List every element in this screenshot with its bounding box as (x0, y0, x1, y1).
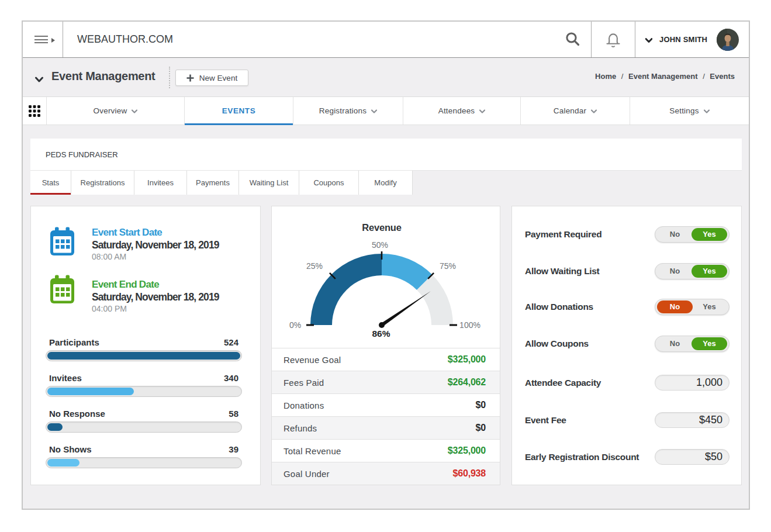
svg-text:100%: 100% (459, 320, 480, 330)
svg-text:86%: 86% (372, 329, 390, 338)
svg-text:50%: 50% (372, 240, 388, 250)
svg-text:75%: 75% (440, 261, 456, 271)
svg-text:0%: 0% (289, 320, 301, 330)
svg-text:25%: 25% (306, 261, 323, 271)
